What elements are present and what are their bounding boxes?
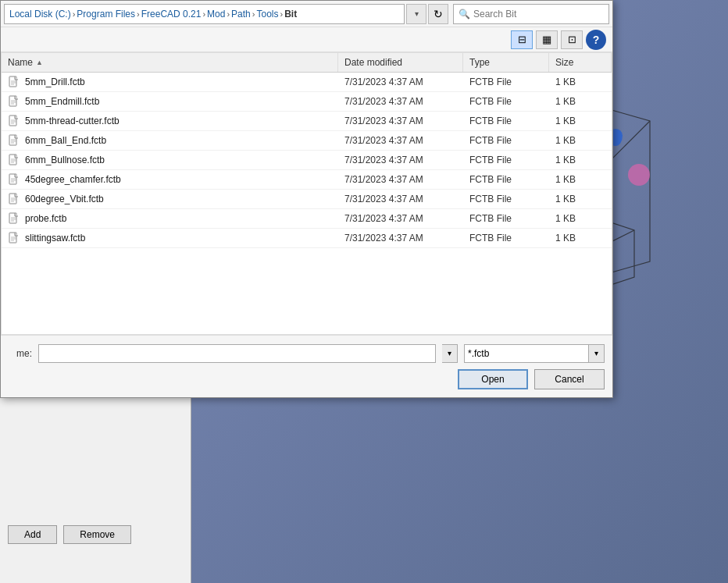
- dialog-toolbar: Local Disk (C:) › Program Files › FreeCA…: [1, 1, 612, 27]
- file-name-cell: 5mm-thread-cutter.fctb: [2, 112, 338, 130]
- file-size: 1 KB: [549, 229, 612, 247]
- col-header-size[interactable]: Size: [549, 53, 612, 72]
- details-view-icon: ⊟: [518, 34, 526, 45]
- breadcrumb-local-disk[interactable]: Local Disk (C:): [9, 9, 71, 20]
- breadcrumb-tools[interactable]: Tools: [256, 9, 278, 20]
- pink-accent-shape: [628, 164, 650, 186]
- col-header-type[interactable]: Type: [463, 53, 549, 72]
- file-name-cell: probe.fctb: [2, 209, 338, 228]
- table-row[interactable]: 5mm_Endmill.fctb7/31/2023 4:37 AMFCTB Fi…: [2, 92, 612, 112]
- file-type: FCTB File: [463, 93, 549, 110]
- search-icon: 🔍: [459, 9, 470, 20]
- file-size: 1 KB: [549, 151, 612, 169]
- footer-filename-row: me: ▾ *.fctb ▾: [9, 344, 605, 363]
- col-header-name[interactable]: Name ▲: [2, 53, 338, 72]
- file-icon: [8, 76, 20, 88]
- file-size: 1 KB: [549, 73, 612, 91]
- table-row[interactable]: probe.fctb7/31/2023 4:37 AMFCTB File1 KB: [2, 209, 612, 229]
- extra-view-button[interactable]: ⊡: [561, 30, 583, 49]
- file-name: 5mm_Drill.fctb: [25, 76, 85, 87]
- list-view-button[interactable]: ▦: [536, 30, 558, 49]
- help-icon: ?: [593, 34, 600, 46]
- file-date: 7/31/2023 4:37 AM: [338, 151, 463, 169]
- filetype-dropdown-icon: ▾: [594, 349, 598, 357]
- col-date-label: Date modified: [344, 57, 402, 68]
- table-row[interactable]: 6mm_Bullnose.fctb7/31/2023 4:37 AMFCTB F…: [2, 151, 612, 170]
- refresh-button[interactable]: ↻: [428, 4, 448, 24]
- add-button[interactable]: Add: [8, 525, 57, 544]
- file-icon: [8, 154, 20, 166]
- file-type: FCTB File: [463, 132, 549, 149]
- table-row[interactable]: 5mm_Drill.fctb7/31/2023 4:37 AMFCTB File…: [2, 73, 612, 92]
- filetype-select[interactable]: *.fctb: [464, 344, 589, 363]
- file-icon: [8, 212, 20, 225]
- extra-view-icon: ⊡: [568, 34, 576, 45]
- footer-buttons: Open Cancel: [458, 369, 605, 389]
- file-name-cell: 45degree_chamfer.fctb: [2, 170, 338, 189]
- dialog-body: Name ▲ Date modified Type Size 5mm_D: [1, 52, 612, 335]
- file-icon: [8, 95, 20, 108]
- sort-arrow-icon: ▲: [36, 59, 43, 66]
- dropdown-arrow-icon: ▾: [415, 9, 419, 18]
- breadcrumb-program-files[interactable]: Program Files: [77, 9, 135, 20]
- file-size: 1 KB: [549, 132, 612, 149]
- filename-dropdown-button[interactable]: ▾: [442, 344, 458, 363]
- breadcrumb-path[interactable]: Path: [231, 9, 251, 20]
- refresh-icon: ↻: [434, 8, 443, 20]
- open-button[interactable]: Open: [458, 369, 528, 389]
- file-size: 1 KB: [549, 93, 612, 110]
- file-type: FCTB File: [463, 190, 549, 208]
- file-icon: [8, 115, 20, 127]
- remove-button[interactable]: Remove: [63, 525, 131, 544]
- file-name-cell: 5mm_Drill.fctb: [2, 73, 338, 91]
- filetype-dropdown-button[interactable]: ▾: [589, 344, 605, 363]
- file-date: 7/31/2023 4:37 AM: [338, 171, 463, 188]
- file-name-cell: 6mm_Ball_End.fctb: [2, 131, 338, 150]
- breadcrumb-mod[interactable]: Mod: [207, 9, 225, 20]
- file-icon: [8, 173, 20, 186]
- breadcrumb-freecad[interactable]: FreeCAD 0.21: [141, 9, 202, 20]
- table-row[interactable]: 6mm_Ball_End.fctb7/31/2023 4:37 AMFCTB F…: [2, 131, 612, 151]
- col-type-label: Type: [469, 57, 490, 68]
- file-type: FCTB File: [463, 171, 549, 188]
- file-date: 7/31/2023 4:37 AM: [338, 229, 463, 247]
- filetype-select-container: *.fctb ▾: [464, 344, 605, 363]
- file-name: 6mm_Ball_End.fctb: [25, 135, 106, 146]
- file-name: 45degree_chamfer.fctb: [25, 174, 121, 185]
- table-row[interactable]: 60degree_Vbit.fctb7/31/2023 4:37 AMFCTB …: [2, 190, 612, 209]
- file-type: FCTB File: [463, 151, 549, 169]
- details-view-button[interactable]: ⊟: [511, 30, 533, 49]
- dialog-footer: me: ▾ *.fctb ▾ Open Cancel: [1, 335, 612, 397]
- file-date: 7/31/2023 4:37 AM: [338, 210, 463, 227]
- file-name-cell: 60degree_Vbit.fctb: [2, 190, 338, 208]
- file-date: 7/31/2023 4:37 AM: [338, 93, 463, 110]
- help-button[interactable]: ?: [586, 30, 606, 50]
- breadcrumb-bit[interactable]: Bit: [284, 9, 297, 20]
- file-name: 60degree_Vbit.fctb: [25, 194, 104, 204]
- breadcrumb-dropdown-button[interactable]: ▾: [406, 4, 426, 24]
- file-name-cell: slittingsaw.fctb: [2, 229, 338, 247]
- table-row[interactable]: slittingsaw.fctb7/31/2023 4:37 AMFCTB Fi…: [2, 229, 612, 248]
- file-icon: [8, 232, 20, 244]
- filename-input[interactable]: [38, 344, 436, 363]
- file-list-area[interactable]: Name ▲ Date modified Type Size 5mm_D: [1, 52, 612, 335]
- file-table-header: Name ▲ Date modified Type Size: [2, 53, 612, 73]
- file-size: 1 KB: [549, 210, 612, 227]
- file-type: FCTB File: [463, 73, 549, 91]
- file-date: 7/31/2023 4:37 AM: [338, 190, 463, 208]
- file-date: 7/31/2023 4:37 AM: [338, 132, 463, 149]
- file-size: 1 KB: [549, 171, 612, 188]
- table-row[interactable]: 5mm-thread-cutter.fctb7/31/2023 4:37 AMF…: [2, 112, 612, 131]
- breadcrumb-area[interactable]: Local Disk (C:) › Program Files › FreeCA…: [4, 4, 405, 24]
- file-rows-container: 5mm_Drill.fctb7/31/2023 4:37 AMFCTB File…: [2, 73, 612, 248]
- file-name-cell: 6mm_Bullnose.fctb: [2, 151, 338, 169]
- search-area: 🔍: [453, 4, 609, 24]
- col-header-date[interactable]: Date modified: [338, 53, 463, 72]
- file-type: FCTB File: [463, 112, 549, 130]
- file-type: FCTB File: [463, 210, 549, 227]
- file-size: 1 KB: [549, 112, 612, 130]
- table-row[interactable]: 45degree_chamfer.fctb7/31/2023 4:37 AMFC…: [2, 170, 612, 190]
- search-input[interactable]: [473, 9, 604, 20]
- cancel-button[interactable]: Cancel: [534, 369, 605, 389]
- filename-label: me:: [9, 348, 32, 359]
